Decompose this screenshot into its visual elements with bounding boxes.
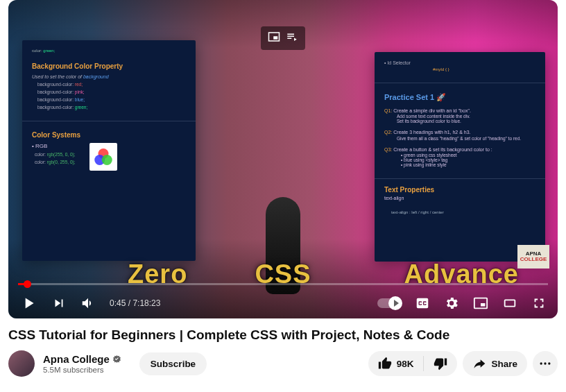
verified-icon <box>112 355 121 364</box>
miniplayer-icon[interactable] <box>473 296 488 311</box>
progress-fill <box>18 283 28 285</box>
thumbs-up-icon <box>378 357 392 370</box>
thumbs-down-icon <box>434 357 447 370</box>
subscribe-button[interactable]: Subscribe <box>139 352 207 375</box>
fullscreen-icon[interactable] <box>531 296 547 311</box>
more-actions-button[interactable] <box>533 351 558 376</box>
video-player[interactable]: color: green; Background Color Property … <box>8 0 558 318</box>
slide-right: • Id Selector #myId { } Practice Set 1 🚀… <box>375 52 545 262</box>
video-top-actions <box>261 26 305 50</box>
queue-add-icon[interactable] <box>286 31 298 46</box>
channel-watermark[interactable]: APNA COLLEGE <box>517 245 549 269</box>
play-icon[interactable] <box>19 294 37 312</box>
share-button[interactable]: Share <box>463 351 527 376</box>
dislike-button[interactable] <box>424 357 457 370</box>
svg-point-5 <box>548 362 550 364</box>
channel-name[interactable]: Apna College <box>43 353 110 365</box>
rgb-icon <box>89 143 117 171</box>
next-icon[interactable] <box>51 296 67 311</box>
like-count: 98K <box>397 359 414 369</box>
progress-bar[interactable] <box>18 283 548 285</box>
svg-point-2 <box>101 155 112 165</box>
slide-heading: Background Color Property <box>32 62 186 70</box>
settings-icon[interactable] <box>444 296 459 311</box>
svg-point-4 <box>544 362 546 364</box>
share-icon <box>472 357 486 370</box>
like-dislike-group: 98K <box>368 351 458 376</box>
subscriber-count: 5.5M subscribers <box>43 366 121 374</box>
like-button[interactable]: 98K <box>368 357 424 370</box>
player-controls: 0:45 / 7:18:23 <box>8 288 558 318</box>
autoplay-toggle[interactable] <box>377 298 401 308</box>
volume-icon[interactable] <box>80 296 96 311</box>
meta-row: Apna College 5.5M subscribers Subscribe … <box>8 350 558 377</box>
pip-size-icon[interactable] <box>268 31 280 46</box>
captions-icon[interactable] <box>415 296 430 311</box>
channel-avatar[interactable] <box>8 350 35 377</box>
time-display: 0:45 / 7:18:23 <box>110 298 160 308</box>
slide-left: color: green; Background Color Property … <box>22 40 196 261</box>
svg-point-3 <box>540 362 542 364</box>
theater-icon[interactable] <box>502 296 517 311</box>
video-title: CSS Tutorial for Beginners | Complete CS… <box>8 327 558 343</box>
more-icon <box>538 357 552 370</box>
